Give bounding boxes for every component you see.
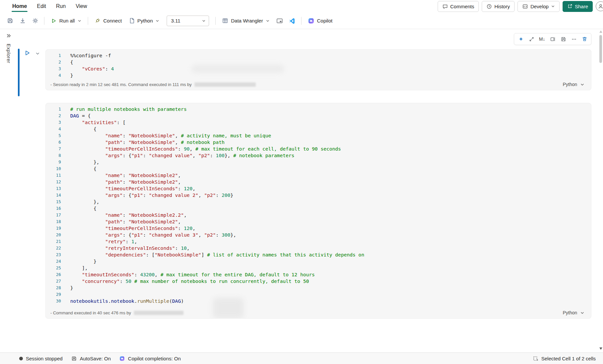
cell-selection-status: Selected Cell 1 of 2 cells [533,356,596,361]
code-line[interactable]: 12 "path": "NotebookSimple2", [46,179,591,185]
comments-button[interactable]: Comments [438,1,479,12]
menu-tab-home[interactable]: Home [7,0,32,13]
code-line[interactable]: 2{ [46,59,591,66]
save-button[interactable] [4,15,16,26]
session-dot-icon [19,357,23,360]
code-line[interactable]: 6 "path": "NotebookSimple", # notebook p… [46,139,591,146]
active-cell-indicator [18,49,20,96]
line-number: 2 [46,59,69,66]
code-line[interactable]: 30notebookutils.notebook.runMultiple(DAG… [46,298,591,304]
code-line[interactable]: 10 { [46,165,591,172]
code-line[interactable]: 13 "timeoutPerCellInSeconds": 120, [46,185,591,192]
line-number: 25 [46,265,69,271]
focus-mode-button[interactable] [274,15,286,26]
code-line[interactable]: 9 }, [46,159,591,165]
menu-tab-run[interactable]: Run [51,0,71,13]
code-line[interactable]: 2DAG = { [46,113,591,119]
code-text: "retry": 1, [69,238,137,245]
data-wrangler-button[interactable]: Data Wrangler [219,15,273,26]
scroll-up-arrow[interactable] [598,30,603,33]
toolbar-separator [215,17,216,25]
history-label: History [494,4,510,9]
code-text: "activities": [ [69,119,126,126]
code-editor: 1%%configure -f2{3 "vCores": 44} [46,50,591,79]
code-text: }, [69,159,99,165]
code-line[interactable]: 23 "dependencies": ["NotebookSimple"] # … [46,251,591,258]
code-line[interactable]: 17 "name": "NotebookSimple2.2", [46,212,591,218]
code-text: } [69,258,96,265]
code-line[interactable]: 27 "concurrency": 50 # max number of not… [46,278,591,285]
code-line[interactable]: 4} [46,72,591,79]
save-icon [71,356,77,361]
code-line[interactable]: 14 "args": {"p1": "changed value 2", "p2… [46,192,591,199]
scroll-down-arrow[interactable] [598,347,603,350]
code-line[interactable]: 3 "activities": [ [46,119,591,126]
cell-language-picker[interactable]: Python [563,82,584,87]
version-picker[interactable]: 3.11 [167,16,209,26]
split-cell-icon [550,36,556,42]
code-line[interactable]: 29 [46,291,591,298]
history-button[interactable]: History [482,1,515,12]
run-all-button[interactable]: Run all [47,15,85,26]
code-line[interactable]: 5 "name": "NotebookSimple", # activity n… [46,132,591,139]
copilot-button[interactable]: Copilot [304,15,336,26]
line-number: 1 [46,106,69,113]
collapse-cell-button[interactable] [34,50,41,57]
menu-tab-view[interactable]: View [71,0,92,13]
code-line[interactable]: 1# run multiple notebooks with parameter… [46,106,591,113]
connect-button[interactable]: Connect [91,15,125,26]
autosave-status[interactable]: AutoSave: On [71,356,111,361]
expand-cell-button[interactable] [527,34,536,44]
code-line[interactable]: 18 "path": "NotebookSimple2", [46,218,591,225]
expand-explorer-button[interactable] [6,33,11,38]
more-commands-button[interactable] [569,34,578,44]
settings-button[interactable] [29,15,41,26]
split-cell-button[interactable] [548,34,557,44]
line-number: 4 [46,126,69,132]
cell-language-picker[interactable]: Python [563,310,584,315]
code-line[interactable]: 11 "name": "NotebookSimple2", [46,172,591,179]
code-text: "vCores": 4 [69,66,114,72]
code-line[interactable]: 28} [46,285,591,291]
ai-quick-actions-button[interactable] [516,34,525,44]
code-text: "args": {"p1": "changed value 2", "p2": … [69,192,233,199]
line-number: 18 [46,218,69,225]
code-editor: 1# run multiple notebooks with parameter… [46,103,591,304]
delete-cell-button[interactable] [580,34,589,44]
code-line[interactable]: 15 }, [46,199,591,205]
copilot-icon [119,356,125,361]
code-line[interactable]: 20 "args": {"p1": "changed value 3", "p2… [46,232,591,238]
code-line[interactable]: 25 ], [46,265,591,271]
line-number: 26 [46,271,69,278]
code-text: }, [69,199,99,205]
session-status[interactable]: Session stopped [19,356,63,361]
code-line[interactable]: 4 { [46,126,591,132]
scrollbar-thumb[interactable] [599,35,602,63]
version-value: 3.11 [171,18,180,23]
menu-tab-edit[interactable]: Edit [32,0,51,13]
code-line[interactable]: 26 "timeoutInSeconds": 43200, # max time… [46,271,591,278]
line-number: 19 [46,225,69,232]
code-line[interactable]: 3 "vCores": 4 [46,66,591,72]
code-line[interactable]: 7 "timeoutPerCellInSeconds": 90, # max t… [46,146,591,152]
code-line[interactable]: 21 "retry": 1, [46,238,591,245]
export-button[interactable] [17,15,28,26]
code-line[interactable]: 16 { [46,205,591,212]
code-line[interactable]: 24 } [46,258,591,265]
run-cell-button[interactable] [23,48,32,58]
line-number: 29 [46,291,69,298]
account-button[interactable] [596,1,603,11]
share-button[interactable]: Share [563,1,593,12]
copilot-completions-status[interactable]: Copilot completions: On [119,356,181,361]
save-cell-button[interactable] [559,34,568,44]
vscode-button[interactable] [286,15,298,26]
develop-button[interactable]: Develop [518,1,560,12]
kernel-picker[interactable]: Python [126,15,163,26]
convert-to-markdown-button[interactable]: M↓ [537,34,547,44]
code-line[interactable]: 22 "retryIntervalInSeconds": 10, [46,245,591,251]
plug-icon [94,18,101,24]
code-line[interactable]: 8 "args": {"p1": "changed value", "p2": … [46,152,591,159]
cell-selection-label: Selected Cell 1 of 2 cells [541,356,596,361]
code-line[interactable]: 19 "timeoutPerCellInSeconds": 120, [46,225,591,232]
code-line[interactable]: 1%%configure -f [46,52,591,59]
